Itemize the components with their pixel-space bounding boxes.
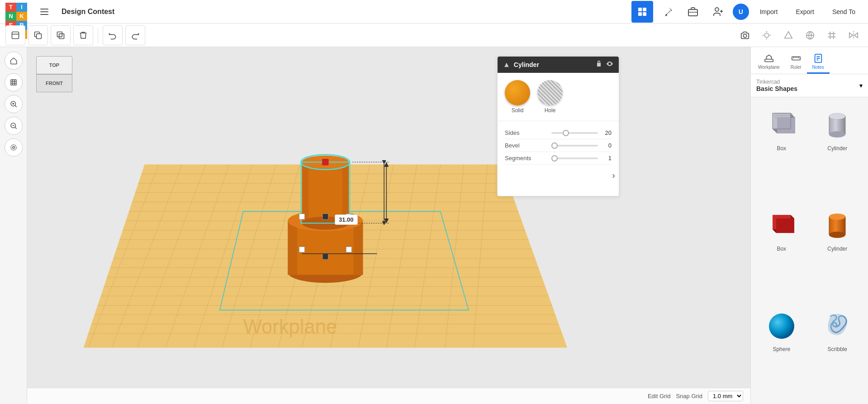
shape-controls: Sides 20 Bevel 0 Segments 1 [498, 123, 619, 168]
svg-rect-105 [765, 59, 773, 62]
viewport[interactable]: TOP FRONT [27, 47, 750, 404]
send-to-button[interactable]: Send To [825, 5, 863, 19]
shape-item-box-red[interactable]: Box [756, 203, 807, 298]
tab-workplane[interactable]: Workplane [753, 51, 785, 74]
panel-collapse-button[interactable]: ▲ [503, 61, 510, 69]
shape-panel-header: ▲ Cylinder [498, 57, 619, 73]
copy-button[interactable] [28, 25, 48, 45]
tools-icon [662, 6, 673, 17]
shapes-dropdown-button[interactable]: ▾ [859, 82, 863, 89]
svg-rect-96 [346, 247, 351, 252]
menu-button[interactable] [33, 1, 55, 23]
svg-rect-94 [323, 214, 328, 219]
segments-slider[interactable] [551, 157, 598, 159]
logo[interactable]: T I N K E R C A [5, 3, 27, 21]
shape-item-scribble[interactable]: Scribble [812, 304, 863, 399]
tools-button[interactable] [657, 1, 678, 23]
perspective-button[interactable] [5, 138, 23, 157]
mirror-icon [849, 30, 859, 40]
zoom-out-icon [9, 122, 18, 130]
grid-view-button[interactable] [631, 1, 653, 23]
svg-rect-93 [346, 214, 351, 219]
svg-point-142 [829, 214, 845, 220]
camera-button[interactable] [736, 26, 754, 44]
edit-grid-button[interactable]: Edit Grid [648, 393, 671, 399]
svg-rect-95 [299, 247, 304, 252]
undo-button[interactable] [103, 25, 123, 45]
cylinder-orange-thumb [819, 207, 855, 243]
bevel-control: Bevel 0 [505, 139, 612, 152]
light-button[interactable] [758, 26, 776, 44]
sphere-blue-svg [764, 307, 800, 343]
home-view-button[interactable] [5, 52, 23, 70]
zoom-out-button[interactable] [5, 117, 23, 135]
grid-toggle-button[interactable] [823, 26, 841, 44]
tab-ruler[interactable]: Ruler [785, 51, 807, 74]
svg-line-38 [15, 127, 16, 128]
svg-marker-139 [776, 219, 794, 233]
sides-control: Sides 20 [505, 127, 612, 139]
shapes-category-info: Tinkercad Basic Shapes [756, 79, 857, 92]
panel-lock-button[interactable] [595, 60, 602, 69]
svg-rect-91 [322, 159, 329, 166]
shape-item-box-gray[interactable]: Box [756, 103, 807, 198]
perspective-icon [9, 143, 18, 152]
scribble-thumb [819, 307, 855, 343]
svg-point-9 [715, 8, 719, 11]
right-panel-tabs: Workplane Ruler Notes [751, 47, 868, 74]
hole-type[interactable]: Hole [537, 80, 563, 114]
panel-next-button[interactable]: › [612, 170, 615, 181]
import-button[interactable]: Import [753, 5, 785, 19]
segments-control: Segments 1 [505, 152, 612, 165]
svg-point-141 [829, 232, 845, 238]
svg-point-40 [11, 145, 16, 150]
solid-circle [505, 80, 530, 105]
light-icon [762, 30, 772, 40]
svg-rect-3 [638, 8, 642, 11]
logo-n: N [5, 12, 16, 21]
toolbar [0, 24, 868, 47]
svg-rect-14 [57, 32, 62, 37]
svg-marker-120 [777, 118, 795, 133]
logo-t: T [5, 3, 16, 12]
workplane-tab-icon [764, 53, 774, 63]
tab-notes[interactable]: Notes [807, 51, 830, 74]
snap-grid-label: Snap Grid [676, 393, 702, 399]
mirror-button[interactable] [844, 26, 863, 44]
panel-visible-button[interactable] [606, 60, 613, 69]
sides-slider[interactable] [551, 132, 598, 134]
zoom-in-button[interactable] [5, 95, 23, 113]
fit-all-button[interactable] [5, 73, 23, 91]
new-design-button[interactable] [5, 25, 25, 45]
projects-button[interactable] [682, 1, 704, 23]
svg-rect-1 [40, 11, 48, 12]
svg-line-35 [15, 105, 16, 107]
delete-button[interactable] [73, 25, 93, 45]
snap-grid-bar: Edit Grid Snap Grid 1.0 mm 0.5 mm 2.0 mm [27, 388, 750, 404]
shape-panel-title: Cylinder [514, 61, 592, 68]
snap-grid-select[interactable]: 1.0 mm 0.5 mm 2.0 mm [708, 391, 743, 401]
shape-item-cylinder-orange[interactable]: Cylinder [812, 203, 863, 298]
lock-icon [595, 60, 602, 67]
svg-rect-81 [354, 221, 363, 275]
svg-point-16 [743, 34, 746, 37]
logo-k: K [16, 12, 27, 21]
shape-item-cylinder-gray[interactable]: Cylinder [812, 103, 863, 198]
shape-item-sphere-blue[interactable]: Sphere [756, 304, 807, 399]
shape-view-button[interactable] [779, 26, 797, 44]
sphere-blue-thumb [764, 307, 800, 343]
add-user-button[interactable] [707, 1, 729, 23]
svg-rect-12 [12, 32, 19, 38]
redo-button[interactable] [125, 25, 145, 45]
wireframe-button[interactable] [801, 26, 819, 44]
export-button[interactable]: Export [788, 5, 821, 19]
duplicate-button[interactable] [51, 25, 71, 45]
solid-type[interactable]: Solid [505, 80, 530, 114]
fit-all-icon [9, 78, 18, 86]
bevel-slider[interactable] [551, 145, 598, 147]
right-panel: Workplane Ruler Notes [750, 47, 868, 404]
cylinder-gray-thumb [819, 106, 855, 143]
eye-icon [606, 60, 613, 67]
user-avatar[interactable]: U [733, 4, 749, 20]
grid-icon [637, 6, 648, 17]
